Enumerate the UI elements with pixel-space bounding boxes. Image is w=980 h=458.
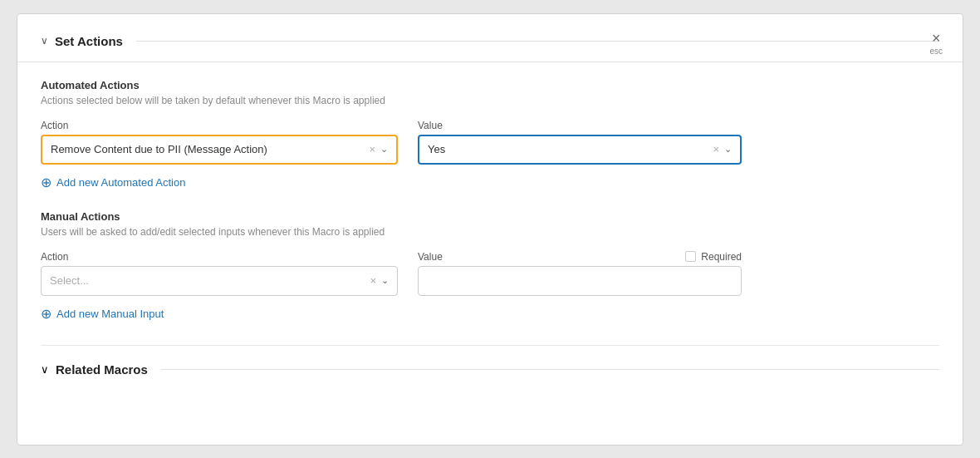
automated-action-controls: × ⌄	[369, 143, 388, 155]
main-card: × esc ∨ Set Actions Automated Actions Ac…	[17, 13, 963, 446]
set-actions-title: Set Actions	[55, 34, 123, 48]
manual-value-with-required: Value Required	[418, 251, 742, 296]
manual-actions-desc: Users will be asked to add/edit selected…	[41, 226, 939, 238]
manual-action-chevron-down[interactable]: ⌄	[381, 275, 389, 286]
automated-action-value: Remove Content due to PII (Message Actio…	[51, 143, 369, 155]
automated-action-clear[interactable]: ×	[369, 143, 375, 155]
manual-actions-title: Manual Actions	[41, 210, 939, 223]
set-actions-divider	[136, 41, 939, 42]
automated-actions-desc: Actions selected below will be taken by …	[41, 95, 939, 106]
automated-actions-title: Automated Actions	[41, 79, 939, 91]
add-automated-action-label: Add new Automated Action	[56, 176, 185, 189]
automated-action-group: Action Remove Content due to PII (Messag…	[41, 120, 398, 165]
manual-action-placeholder: Select...	[50, 274, 370, 287]
automated-action-label: Action	[41, 120, 398, 131]
manual-value-label: Value	[418, 251, 443, 263]
manual-required-checkbox[interactable]	[685, 251, 696, 262]
manual-value-group: Value Required	[418, 251, 742, 296]
automated-value-chevron-down[interactable]: ⌄	[724, 144, 732, 155]
close-button[interactable]: × esc	[929, 31, 943, 56]
automated-value-group: Value Yes × ⌄	[418, 120, 742, 165]
automated-value-select[interactable]: Yes × ⌄	[418, 135, 742, 165]
add-manual-input-plus-icon: ⊕	[41, 306, 51, 322]
manual-action-clear[interactable]: ×	[370, 274, 376, 287]
manual-actions-section: Manual Actions Users will be asked to ad…	[41, 210, 939, 322]
related-macros-line	[161, 369, 939, 370]
add-automated-action-plus-icon: ⊕	[41, 175, 51, 190]
set-actions-header: ∨ Set Actions	[17, 14, 963, 62]
esc-label: esc	[929, 47, 943, 56]
automated-action-chevron-down[interactable]: ⌄	[380, 144, 388, 155]
manual-required-row: Value Required	[418, 251, 742, 263]
related-macros-chevron[interactable]: ∨	[41, 363, 49, 376]
automated-value-clear[interactable]: ×	[713, 143, 719, 155]
set-actions-chevron[interactable]: ∨	[41, 35, 48, 47]
manual-action-label: Action	[41, 251, 398, 263]
set-actions-body: Automated Actions Actions selected below…	[17, 62, 963, 338]
manual-field-row: Action Select... × ⌄ Value	[41, 251, 939, 296]
manual-action-select[interactable]: Select... × ⌄	[41, 266, 398, 296]
related-macros-title: Related Macros	[56, 362, 148, 377]
automated-actions-section: Automated Actions Actions selected below…	[41, 79, 939, 190]
add-manual-input-label: Add new Manual Input	[56, 308, 164, 320]
automated-value-value: Yes	[428, 143, 713, 155]
related-macros-header: ∨ Related Macros	[17, 346, 963, 377]
automated-action-select[interactable]: Remove Content due to PII (Message Actio…	[41, 135, 398, 165]
manual-value-input[interactable]	[418, 266, 742, 296]
automated-field-row: Action Remove Content due to PII (Messag…	[41, 120, 939, 165]
automated-value-label: Value	[418, 120, 742, 131]
manual-action-controls: × ⌄	[370, 274, 389, 287]
manual-action-group: Action Select... × ⌄	[41, 251, 398, 296]
add-manual-input-link[interactable]: ⊕ Add new Manual Input	[41, 306, 939, 322]
add-automated-action-link[interactable]: ⊕ Add new Automated Action	[41, 175, 939, 190]
manual-required-label: Required	[701, 251, 742, 263]
close-icon: ×	[932, 31, 941, 46]
automated-value-controls: × ⌄	[713, 143, 732, 155]
